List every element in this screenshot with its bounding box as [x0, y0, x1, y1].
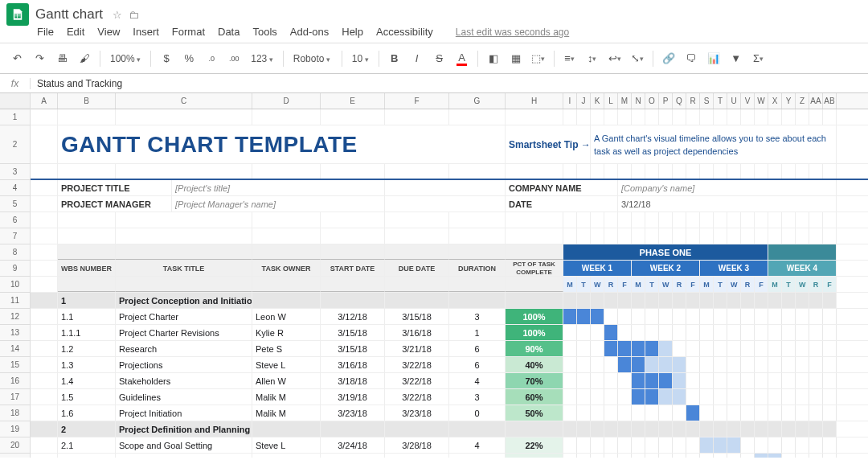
cell[interactable] [577, 341, 591, 356]
cell[interactable] [700, 437, 714, 453]
cell[interactable] [714, 109, 727, 125]
cell[interactable] [385, 109, 449, 125]
cell[interactable] [809, 228, 823, 244]
insert-comment-icon[interactable]: 🗨 [681, 48, 702, 69]
cell[interactable] [673, 437, 686, 453]
cell[interactable]: 1.1 [58, 309, 116, 324]
cell[interactable] [632, 109, 645, 125]
cell[interactable] [252, 421, 321, 437]
cell[interactable]: 3 [449, 309, 506, 324]
cell[interactable] [618, 437, 632, 453]
column-header[interactable]: K [591, 93, 604, 109]
cell[interactable]: Scope and Goal Setting [116, 437, 252, 453]
cell[interactable]: Project Charter [116, 309, 252, 324]
cell[interactable]: WBS NUMBER [58, 261, 116, 276]
cell[interactable] [31, 244, 58, 260]
cell[interactable] [673, 405, 686, 421]
cell[interactable] [727, 309, 741, 324]
cell[interactable]: 3/15/18 [385, 309, 449, 324]
cell[interactable] [823, 454, 837, 458]
cell[interactable] [741, 373, 755, 388]
cell[interactable]: Allen W [252, 373, 321, 388]
cell[interactable] [700, 389, 714, 405]
cell[interactable] [659, 212, 673, 228]
cell[interactable]: Allen W [252, 454, 321, 458]
text-color-icon[interactable]: A [452, 48, 473, 69]
day-header[interactable]: R [809, 277, 823, 292]
column-header[interactable]: T [714, 93, 727, 109]
cell[interactable]: 3/15/18 [321, 325, 385, 340]
cell[interactable] [618, 212, 632, 228]
cell[interactable] [755, 293, 768, 308]
cell[interactable] [809, 454, 823, 458]
column-header[interactable]: C [116, 93, 252, 109]
cell[interactable] [604, 389, 618, 405]
cell[interactable] [116, 164, 252, 179]
cell[interactable] [506, 244, 563, 260]
cell[interactable] [823, 357, 837, 372]
cell[interactable] [755, 325, 768, 340]
cell[interactable] [741, 437, 755, 453]
cell[interactable] [563, 341, 577, 356]
print-icon[interactable]: 🖶 [51, 48, 72, 69]
cell[interactable] [385, 196, 506, 212]
day-header[interactable]: R [673, 277, 686, 292]
cell[interactable] [755, 357, 768, 372]
cell[interactable] [741, 228, 755, 244]
cell[interactable]: 3 [449, 454, 506, 458]
cell[interactable] [823, 164, 837, 179]
cell[interactable] [741, 164, 755, 179]
cell[interactable] [741, 421, 755, 437]
cell[interactable] [252, 244, 321, 260]
cell[interactable] [741, 212, 755, 228]
cell[interactable] [714, 389, 727, 405]
cell[interactable]: Project Initiation [116, 405, 252, 421]
cell[interactable] [563, 164, 577, 179]
cell[interactable] [604, 341, 618, 356]
cell[interactable] [727, 325, 741, 340]
row-header[interactable]: 3 [0, 164, 30, 180]
cell[interactable] [673, 212, 686, 228]
cell[interactable] [449, 228, 506, 244]
cell[interactable] [741, 389, 755, 405]
cell[interactable] [714, 357, 727, 372]
cell[interactable] [577, 421, 591, 437]
cell[interactable] [577, 373, 591, 388]
cell[interactable] [385, 293, 449, 308]
day-header[interactable]: W [727, 277, 741, 292]
cell[interactable] [796, 373, 809, 388]
cell[interactable]: 1 [58, 293, 116, 308]
cell[interactable] [604, 325, 618, 340]
cell[interactable]: 1.5 [58, 389, 116, 405]
cell[interactable] [796, 164, 809, 179]
cell[interactable] [673, 341, 686, 356]
cell[interactable] [591, 373, 604, 388]
cell[interactable] [31, 341, 58, 356]
cell[interactable] [591, 325, 604, 340]
decrease-decimal-icon[interactable]: .0 [201, 48, 222, 69]
cell[interactable] [782, 228, 796, 244]
column-header[interactable]: J [577, 93, 591, 109]
cell[interactable] [741, 325, 755, 340]
column-header[interactable]: Z [796, 93, 809, 109]
cell[interactable] [659, 405, 673, 421]
column-header[interactable]: AA [809, 93, 823, 109]
cell[interactable]: 1.1.1 [58, 325, 116, 340]
row-header[interactable]: 8 [0, 244, 30, 261]
row-header[interactable]: 13 [0, 325, 30, 341]
cell[interactable] [31, 373, 58, 388]
bold-icon[interactable]: B [384, 48, 405, 69]
cell[interactable]: 1.3 [58, 357, 116, 372]
cell[interactable]: 4 [449, 373, 506, 388]
undo-icon[interactable]: ↶ [6, 48, 27, 69]
menu-view[interactable]: View [97, 26, 120, 38]
column-header[interactable]: X [768, 93, 782, 109]
cell[interactable] [727, 421, 741, 437]
cell[interactable] [645, 309, 659, 324]
row-header[interactable]: 5 [0, 196, 30, 212]
cell[interactable] [809, 389, 823, 405]
cell[interactable]: 2.1 [58, 437, 116, 453]
cell[interactable] [755, 405, 768, 421]
menu-data[interactable]: Data [218, 26, 240, 38]
cell[interactable] [618, 228, 632, 244]
